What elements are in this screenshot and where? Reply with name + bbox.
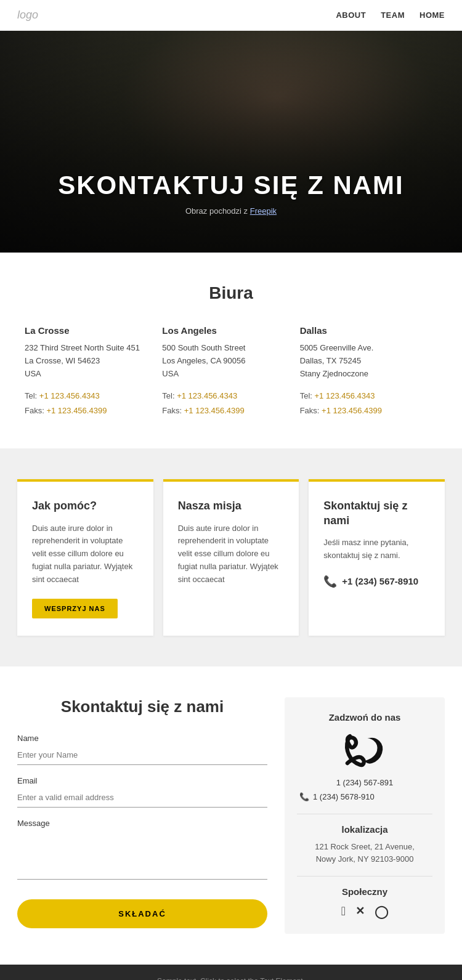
- message-label: Message: [17, 819, 267, 828]
- office-tel-0[interactable]: +1 123.456.4343: [39, 391, 100, 400]
- location-title: lokalizacja: [297, 824, 432, 835]
- hero-subtitle: Obraz pochodzi z Freepik: [0, 206, 462, 216]
- office-fax-2[interactable]: +1 123.456.4399: [322, 406, 382, 415]
- message-input[interactable]: [17, 830, 267, 880]
- cards-section: Jak pomóc? Duis aute irure dolor in repr…: [0, 448, 462, 666]
- nav-about[interactable]: ABOUT: [336, 10, 366, 20]
- office-name-1: Los Angeles: [162, 325, 287, 336]
- phone-secondary-icon: 📞: [299, 792, 309, 801]
- x-twitter-icon[interactable]: ✕: [355, 904, 365, 919]
- office-address-0: 232 Third Street North Suite 451La Cross…: [25, 342, 150, 380]
- offices-title: Biura: [25, 283, 437, 303]
- email-input[interactable]: [17, 788, 267, 808]
- phone-secondary-row: 📞 1 (234) 5678-910: [297, 792, 432, 801]
- office-address-2: 5005 Greenville Ave.Dallas, TX 75245Stan…: [300, 342, 425, 380]
- social-title: Społeczny: [297, 886, 432, 897]
- navbar: logo ABOUT TEAM HOME: [0, 0, 462, 31]
- phone-graphic: [297, 732, 432, 769]
- social-icons:  ✕ ◯: [297, 904, 432, 919]
- message-field-group: Message: [17, 819, 267, 882]
- phone-icon: 📞: [323, 575, 337, 588]
- footer-text: Sample text. Click to select the Text El…: [157, 977, 305, 980]
- email-field-group: Email: [17, 776, 267, 808]
- office-tel-2[interactable]: +1 123.456.4343: [315, 391, 375, 400]
- wesprzyj-button[interactable]: WESPRZYJ NAS: [32, 599, 118, 618]
- name-label: Name: [17, 734, 267, 743]
- card-title-0: Jak pomóc?: [32, 499, 139, 513]
- hero-content: SKONTAKTUJ SIĘ Z NAMI Obraz pochodzi z F…: [0, 171, 462, 216]
- office-contact-2: Tel: +1 123.456.4343 Faks: +1 123.456.43…: [300, 389, 425, 418]
- name-field-group: Name: [17, 734, 267, 765]
- office-la-crosse: La Crosse 232 Third Street North Suite 4…: [25, 325, 162, 430]
- office-contact-0: Tel: +1 123.456.4343 Faks: +1 123.456.43…: [25, 389, 150, 418]
- cards-grid: Jak pomóc? Duis aute irure dolor in repr…: [17, 479, 445, 635]
- card-phone-number[interactable]: +1 (234) 567-8910: [342, 576, 418, 586]
- hero-title: SKONTAKTUJ SIĘ Z NAMI: [0, 171, 462, 200]
- call-title: Zadzwoń do nas: [297, 712, 432, 723]
- nav-team[interactable]: TEAM: [381, 10, 405, 20]
- contact-section: Skontaktuj się z nami Name Email Message…: [0, 666, 462, 965]
- card-mission: Nasza misja Duis aute irure dolor in rep…: [163, 479, 299, 635]
- office-los-angeles: Los Angeles 500 South South StreetLos An…: [162, 325, 299, 430]
- phone-secondary: 1 (234) 5678-910: [313, 792, 375, 801]
- phone-svg-icon: [340, 732, 389, 769]
- hero-section: SKONTAKTUJ SIĘ Z NAMI Obraz pochodzi z F…: [0, 31, 462, 253]
- office-tel-1[interactable]: +1 123.456.4343: [177, 391, 237, 400]
- footer: Sample text. Click to select the Text El…: [0, 965, 462, 980]
- logo: logo: [17, 9, 38, 22]
- office-name-2: Dallas: [300, 325, 425, 336]
- office-dallas: Dallas 5005 Greenville Ave.Dallas, TX 75…: [300, 325, 437, 430]
- name-input[interactable]: [17, 745, 267, 765]
- contact-form-title: Skontaktuj się z nami: [17, 697, 267, 716]
- hero-overlay: [0, 31, 462, 253]
- card-text-0: Duis aute irure dolor in reprehenderit i…: [32, 522, 139, 586]
- card-text-1: Duis aute irure dolor in reprehenderit i…: [178, 522, 285, 586]
- office-fax-1[interactable]: +1 123.456.4399: [184, 406, 245, 415]
- card-phone: 📞 +1 (234) 567-8910: [323, 575, 430, 588]
- office-address-1: 500 South South StreetLos Angeles, CA 90…: [162, 342, 287, 380]
- nav-links: ABOUT TEAM HOME: [336, 10, 445, 20]
- card-help: Jak pomóc? Duis aute irure dolor in repr…: [17, 479, 153, 635]
- card-contact: Skontaktuj się z nami Jeśli masz inne py…: [309, 479, 445, 635]
- hero-subtitle-link[interactable]: Freepik: [250, 206, 277, 216]
- divider-1: [297, 814, 432, 814]
- offices-section: Biura La Crosse 232 Third Street North S…: [0, 253, 462, 448]
- contact-form-side: Skontaktuj się z nami Name Email Message…: [17, 697, 267, 934]
- divider-2: [297, 876, 432, 877]
- submit-button[interactable]: SKŁADAĆ: [17, 899, 267, 928]
- office-fax-0[interactable]: +1 123.456.4399: [46, 406, 107, 415]
- nav-home[interactable]: HOME: [419, 10, 445, 20]
- card-text-2: Jeśli masz inne pytania, skontaktuj się …: [323, 537, 430, 562]
- contact-info-side: Zadzwoń do nas 1 (234) 567-891 📞 1 (234)…: [285, 697, 445, 934]
- facebook-icon[interactable]: : [341, 904, 346, 919]
- phone-primary: 1 (234) 567-891: [297, 778, 432, 787]
- location-address: 121 Rock Sreet, 21 Avenue,Nowy Jork, NY …: [297, 841, 432, 867]
- card-title-1: Nasza misja: [178, 499, 285, 513]
- offices-grid: La Crosse 232 Third Street North Suite 4…: [25, 325, 437, 430]
- instagram-icon[interactable]: ◯: [375, 904, 388, 919]
- office-contact-1: Tel: +1 123.456.4343 Faks: +1 123.456.43…: [162, 389, 287, 418]
- office-name-0: La Crosse: [25, 325, 150, 336]
- card-title-2: Skontaktuj się z nami: [323, 499, 430, 528]
- email-label: Email: [17, 776, 267, 785]
